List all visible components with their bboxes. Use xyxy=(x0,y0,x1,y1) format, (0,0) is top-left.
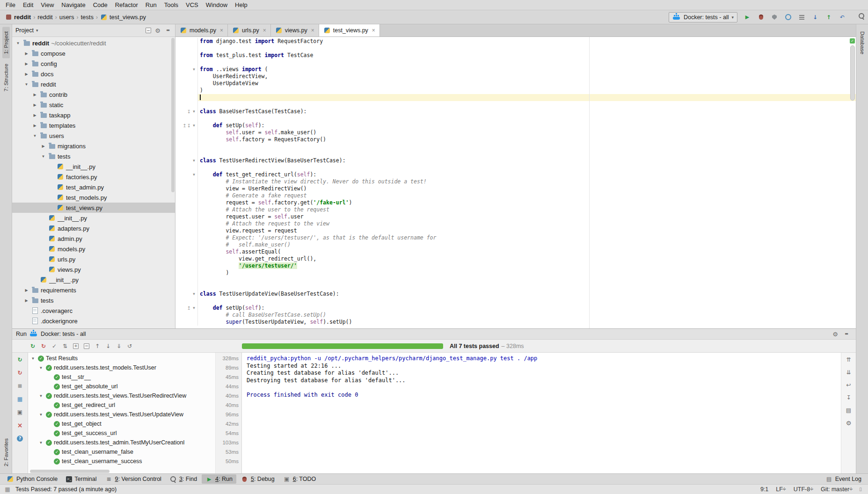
test-tree-row[interactable]: ▼reddit.users.tests.test_views.TestUserR… xyxy=(28,391,241,400)
code-line[interactable] xyxy=(175,298,856,305)
test-tree-row[interactable]: test_get_redirect_url40ms xyxy=(28,400,241,410)
status-utf-8[interactable]: UTF-8÷ xyxy=(794,486,813,493)
override-marker-icon[interactable]: ↥ xyxy=(182,122,186,129)
expand-arrow-icon[interactable]: ▶ xyxy=(32,93,38,97)
project-tree-row[interactable]: test_views.py xyxy=(12,203,175,213)
status-9-1[interactable]: 9:1 xyxy=(760,486,768,493)
collapse-all-button[interactable] xyxy=(82,341,91,351)
expand-arrow-icon[interactable]: ▶ xyxy=(23,51,29,56)
project-tree-row[interactable]: factories.py xyxy=(12,172,175,182)
expand-arrow-icon[interactable]: ▶ xyxy=(32,103,38,107)
code-line[interactable]: # Instantiate the view directly. Never d… xyxy=(175,178,856,185)
editor[interactable]: from django.test import RequestFactoryfr… xyxy=(175,37,856,328)
test-tree-row[interactable]: ▼reddit.users.tests.test_views.TestUserU… xyxy=(28,410,241,419)
edit-list-button[interactable] xyxy=(796,12,807,22)
code-line[interactable] xyxy=(175,164,856,171)
project-tree-row[interactable]: __init__.py xyxy=(12,213,175,223)
code-line[interactable] xyxy=(175,94,856,101)
expand-arrow-icon[interactable]: ▼ xyxy=(15,41,21,45)
project-tree-row[interactable]: ▶compose xyxy=(12,48,175,58)
test-tree-row[interactable]: ▼reddit.users.tests.test_admin.TestMyUse… xyxy=(28,438,241,447)
expand-arrow-icon[interactable]: ▶ xyxy=(23,62,29,66)
project-tree-row[interactable]: ▶templates xyxy=(12,120,175,131)
code-line[interactable]: ▾class TestUserUpdateView(BaseUserTestCa… xyxy=(175,291,856,298)
tab-close-icon[interactable]: × xyxy=(220,27,223,34)
tool-tab-event-log[interactable]: Event Log xyxy=(822,474,865,484)
close-button[interactable] xyxy=(15,421,25,430)
test-tree-row[interactable]: test_get_absolute_url44ms xyxy=(28,382,241,391)
code-line[interactable] xyxy=(175,101,856,108)
code-line[interactable]: ↥▾ def setUp(self): xyxy=(175,305,856,312)
project-tree-row[interactable]: ▶static xyxy=(12,100,175,110)
profiler-button[interactable] xyxy=(783,12,793,22)
project-tree-row[interactable]: __init__.py xyxy=(12,161,175,172)
project-tree-row[interactable]: ▶migrations xyxy=(12,141,175,151)
expand-arrow-icon[interactable]: ▼ xyxy=(23,82,29,87)
code-line[interactable]: view.get_redirect_url(), xyxy=(175,255,856,262)
menu-file[interactable]: File xyxy=(2,0,19,9)
project-tree-row[interactable]: ▶taskapp xyxy=(12,110,175,120)
editor-tab-views-py[interactable]: views.py× xyxy=(271,24,319,36)
debug-button[interactable] xyxy=(756,12,766,22)
tool-tab-python-console[interactable]: Python Console xyxy=(3,474,61,484)
test-tree-row[interactable]: test_clean_username_success50ms xyxy=(28,457,241,466)
collapse-all-icon[interactable] xyxy=(146,28,151,33)
print-button[interactable] xyxy=(844,406,853,415)
code-line[interactable]: ) xyxy=(175,269,856,276)
code-line[interactable]: super(TestUserUpdateView, self).setUp() xyxy=(175,319,856,326)
project-tree-row[interactable]: ▼reddit ~/cookiecutter/reddit xyxy=(12,38,175,48)
code-line[interactable]: request.user = self.user xyxy=(175,213,856,220)
expand-arrow-icon[interactable]: ▼ xyxy=(38,413,44,417)
project-tree-row[interactable]: models.py xyxy=(12,244,175,254)
code-line[interactable] xyxy=(175,59,856,66)
project-tree-row[interactable]: test_admin.py xyxy=(12,182,175,192)
editor-scrollbar[interactable] xyxy=(849,37,856,328)
coverage-button[interactable] xyxy=(769,12,780,22)
breadcrumb-item[interactable]: tests xyxy=(80,14,93,21)
project-tree-row[interactable]: urls.py xyxy=(12,254,175,264)
next-button[interactable] xyxy=(103,341,113,351)
stripe-tab-database[interactable]: Database xyxy=(859,27,866,58)
code-line[interactable]: # Expect: '/users/testuser/', as that is… xyxy=(175,234,856,241)
run-console[interactable]: reddit_pycha:python -u /opt/.pycharm_hel… xyxy=(242,353,841,473)
fold-icon[interactable]: ▾ xyxy=(191,157,197,164)
code-line[interactable] xyxy=(175,150,856,157)
history-button[interactable] xyxy=(125,341,134,351)
fold-icon[interactable]: ▾ xyxy=(191,108,197,115)
rerun-button[interactable] xyxy=(15,355,25,364)
code-line[interactable]: # Attach the request to the view xyxy=(175,220,856,227)
tool-tab-3-find[interactable]: 3: Find xyxy=(166,475,201,484)
search-everywhere-button[interactable] xyxy=(858,13,865,21)
code-line[interactable]: ▾from ..views import ( xyxy=(175,66,856,73)
code-line[interactable]: ↥↧▾ def setUp(self): xyxy=(175,122,856,129)
restore-button[interactable] xyxy=(15,407,25,417)
project-tree-row[interactable]: .dockerignore xyxy=(12,316,175,326)
code-line[interactable]: ↧▾class BaseUserTestCase(TestCase): xyxy=(175,108,856,115)
hide-panel-icon[interactable] xyxy=(164,27,172,34)
hide-panel-icon[interactable] xyxy=(843,330,850,338)
breadcrumb-item[interactable]: test_views.py xyxy=(100,14,146,21)
fold-icon[interactable]: ▾ xyxy=(191,305,197,312)
code-line[interactable]: UserRedirectView, xyxy=(175,73,856,80)
code-line[interactable]: self.factory = RequestFactory() xyxy=(175,136,856,143)
tool-tab-6-todo[interactable]: 6: TODO xyxy=(279,474,320,484)
breadcrumb-item[interactable]: reddit xyxy=(37,14,53,21)
project-tree-row[interactable]: ▶requirements xyxy=(12,285,175,295)
prev-button[interactable] xyxy=(93,341,102,351)
menu-window[interactable]: Window xyxy=(202,0,231,9)
fold-icon[interactable]: ▾ xyxy=(191,66,197,73)
dump-button[interactable] xyxy=(15,394,25,404)
project-tree-row[interactable]: adapters.py xyxy=(12,223,175,233)
expand-arrow-icon[interactable]: ▼ xyxy=(40,154,46,159)
test-tree-row[interactable]: test_get_success_url54ms xyxy=(28,429,241,438)
code-line[interactable]: self.user = self.make_user() xyxy=(175,129,856,136)
menu-run[interactable]: Run xyxy=(142,0,160,9)
sort-button[interactable] xyxy=(60,341,70,351)
test-tree-row[interactable]: ▼reddit.users.tests.test_models.TestUser… xyxy=(28,363,241,372)
status-lf[interactable]: LF÷ xyxy=(776,486,786,493)
test-tree-row[interactable]: test__str__45ms xyxy=(28,372,241,382)
run-config-select[interactable]: Docker: tests - all ▾ xyxy=(669,12,737,22)
rerun-button[interactable] xyxy=(28,341,37,351)
code-line[interactable]: view = UserRedirectView() xyxy=(175,185,856,192)
project-scrollbar[interactable] xyxy=(170,38,175,327)
